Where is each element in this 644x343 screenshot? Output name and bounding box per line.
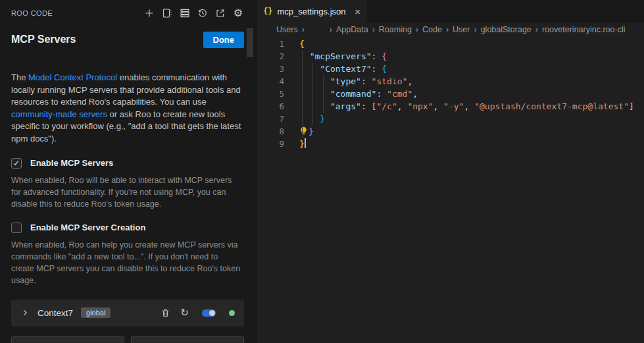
code-line[interactable]: 4 "type": "stdio", [257, 75, 644, 88]
breadcrumb-separator: › [302, 25, 305, 34]
breadcrumb-item[interactable]: User [453, 25, 470, 34]
roo-code-panel: ROO CODE ⚙ MCP Servers Done The Model Co… [0, 0, 257, 343]
done-button[interactable]: Done [203, 32, 245, 48]
line-number: 7 [257, 113, 284, 125]
server-name[interactable]: Context7 [37, 308, 73, 318]
code-text: "Context7": { [284, 63, 387, 75]
breadcrumb-separator: › [446, 25, 449, 34]
server-enabled-toggle[interactable] [202, 309, 216, 317]
code-line[interactable]: 8} [257, 125, 644, 138]
breadcrumb-separator: › [535, 25, 538, 34]
editor-cursor [305, 138, 306, 148]
open-external-icon[interactable] [214, 7, 226, 19]
code-text: "mcpServers": { [284, 50, 387, 63]
edit-buttons-row: ✎ Edit Global MCP ✎ Edit Project MCP [11, 336, 244, 343]
enable-mcp-creation-checkbox[interactable] [11, 223, 22, 233]
code-text: } [284, 125, 314, 138]
lightbulb-icon[interactable] [299, 126, 308, 136]
code-text: } [284, 113, 325, 125]
editor-area: {} mcp_settings.json × Users››AppData›Ro… [257, 0, 644, 343]
edit-global-mcp-button[interactable]: ✎ Edit Global MCP [11, 336, 124, 343]
mcp-server-row-context7: Context7 global ↻ [11, 300, 244, 327]
tab-label: mcp_settings.json [277, 7, 345, 16]
enable-mcp-creation-row: Enable MCP Server Creation [11, 223, 244, 233]
page-title: MCP Servers [11, 34, 76, 45]
plus-icon[interactable] [143, 7, 155, 19]
toggle-knob [209, 310, 215, 316]
refresh-icon[interactable]: ↻ [179, 307, 190, 319]
notebook-icon[interactable] [161, 7, 173, 19]
chevron-right-icon[interactable] [20, 308, 30, 317]
breadcrumb-item[interactable]: Roaming [379, 25, 412, 34]
breadcrumb-item[interactable]: AppData [336, 25, 368, 34]
server-status-dot [229, 310, 235, 316]
breadcrumb-separator: › [372, 25, 375, 34]
close-icon[interactable]: × [355, 6, 360, 17]
panel-scrollbar-thumb[interactable] [247, 28, 253, 57]
code-line[interactable]: 2 "mcpServers": { [257, 50, 644, 63]
breadcrumb-item[interactable]: rooveterinaryinc.roo-cli [542, 25, 625, 34]
line-number: 3 [257, 63, 284, 75]
code-line[interactable]: 6 "args": ["/c", "npx", "-y", "@upstash/… [257, 100, 644, 113]
server-scope-badge: global [81, 307, 111, 318]
code-line[interactable]: 7 } [257, 113, 644, 125]
enable-mcp-servers-checkbox[interactable]: ✓ [11, 158, 22, 169]
code-text: "args": ["/c", "npx", "-y", "@upstash/co… [284, 100, 634, 113]
enable-mcp-creation-description: When enabled, Roo can help you create ne… [11, 239, 241, 286]
history-icon[interactable] [197, 7, 209, 19]
line-number: 2 [257, 50, 284, 63]
extension-title: ROO CODE [11, 9, 53, 17]
edit-project-mcp-button[interactable]: ✎ Edit Project MCP [131, 336, 244, 343]
breadcrumb-item[interactable]: globalStorage [481, 25, 532, 34]
tab-mcp-settings-json[interactable]: {} mcp_settings.json × [257, 0, 367, 22]
line-number: 9 [257, 138, 284, 150]
indent-guide [302, 50, 303, 138]
enable-mcp-servers-description: When enabled, Roo will be able to intera… [11, 174, 241, 210]
panel-topbar: ROO CODE ⚙ [11, 7, 244, 20]
line-number: 4 [257, 75, 284, 88]
breadcrumb-separator: › [474, 25, 477, 34]
enable-mcp-servers-label: Enable MCP Servers [30, 158, 113, 168]
server-icon[interactable] [179, 7, 191, 19]
breadcrumb: Users››AppData›Roaming›Code›User›globalS… [257, 22, 644, 37]
intro-text: The Model Context Protocol enables commu… [11, 72, 245, 145]
link[interactable]: Model Context Protocol [28, 72, 117, 82]
editor-tab-bar: {} mcp_settings.json × [257, 0, 644, 22]
code-text: } [284, 138, 306, 150]
breadcrumb-separator: › [330, 25, 332, 34]
gear-icon[interactable]: ⚙ [232, 7, 244, 19]
code-text: "type": "stdio", [284, 75, 412, 88]
line-number: 8 [257, 125, 284, 138]
code-text: "command": "cmd", [284, 88, 418, 100]
breadcrumb-separator: › [416, 25, 418, 34]
panel-header: MCP Servers Done [11, 30, 244, 49]
code-lines: 1{2 "mcpServers": {3 "Context7": {4 "typ… [257, 38, 644, 150]
indent-guide [323, 75, 324, 113]
line-number: 1 [257, 38, 284, 50]
line-number: 5 [257, 88, 284, 100]
enable-mcp-servers-row: ✓ Enable MCP Servers [11, 158, 244, 169]
link[interactable]: community-made servers [11, 109, 107, 119]
code-text: { [284, 38, 305, 50]
enable-mcp-creation-label: Enable MCP Server Creation [30, 223, 145, 232]
json-file-icon: {} [263, 7, 272, 16]
trash-icon[interactable] [160, 307, 171, 319]
code-line[interactable]: 5 "command": "cmd", [257, 88, 644, 100]
indent-guide [312, 63, 313, 125]
panel-toolbar: ⚙ [143, 7, 244, 19]
line-number: 6 [257, 100, 284, 113]
code-line[interactable]: 1{ [257, 38, 644, 50]
code-line[interactable]: 9} [257, 138, 644, 150]
code-line[interactable]: 3 "Context7": { [257, 63, 644, 75]
code-editor[interactable]: 1{2 "mcpServers": {3 "Context7": {4 "typ… [257, 37, 644, 343]
breadcrumb-item[interactable]: Code [422, 25, 442, 34]
breadcrumb-item[interactable]: Users [276, 25, 298, 34]
intro-segment: The [11, 72, 28, 82]
